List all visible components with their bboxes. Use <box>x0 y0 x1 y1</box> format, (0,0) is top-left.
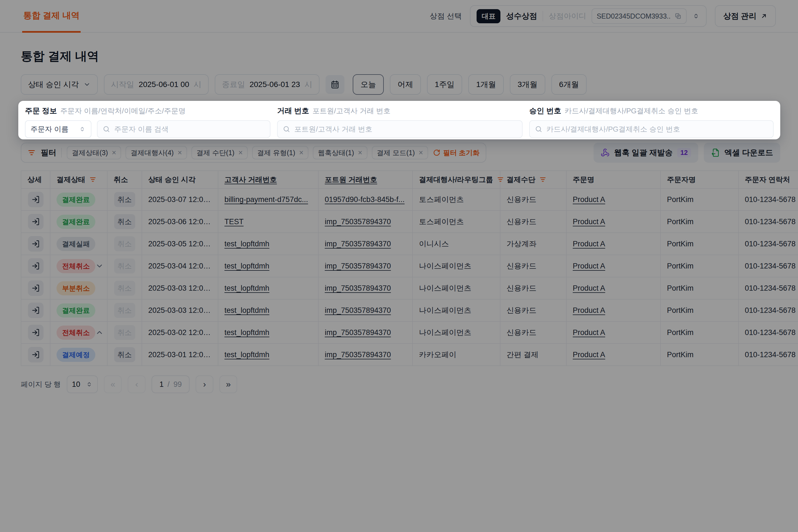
transaction-number-search-input[interactable] <box>294 125 517 134</box>
order-info-subtitle: 주문자 이름/연락처/이메일/주소/주문명 <box>60 106 186 116</box>
order-info-section: 주문 정보 주문자 이름/연락처/이메일/주소/주문명 주문자 이름 <box>25 106 270 139</box>
search-icon <box>535 125 543 133</box>
dim-overlay <box>0 0 798 532</box>
approval-number-subtitle: 카드사/결제대행사/PG결제취소 승인 번호 <box>565 106 698 116</box>
approval-number-title: 승인 번호 <box>529 106 562 116</box>
search-filter-panel: 주문 정보 주문자 이름/연락처/이메일/주소/주문명 주문자 이름 <box>18 101 780 139</box>
approval-number-section: 승인 번호 카드사/결제대행사/PG결제취소 승인 번호 <box>529 106 774 139</box>
transaction-number-subtitle: 포트원/고객사 거래 번호 <box>312 106 391 116</box>
transaction-number-section: 거래 번호 포트원/고객사 거래 번호 <box>277 106 522 139</box>
search-icon <box>102 125 110 133</box>
search-icon <box>283 125 290 133</box>
transaction-number-title: 거래 번호 <box>277 106 309 116</box>
order-name-search-input[interactable] <box>114 125 265 134</box>
order-search-type-select[interactable]: 주문자 이름 <box>25 120 92 138</box>
select-chevrons-icon <box>79 126 86 133</box>
order-info-title: 주문 정보 <box>25 106 57 116</box>
approval-number-search-input[interactable] <box>546 125 768 134</box>
